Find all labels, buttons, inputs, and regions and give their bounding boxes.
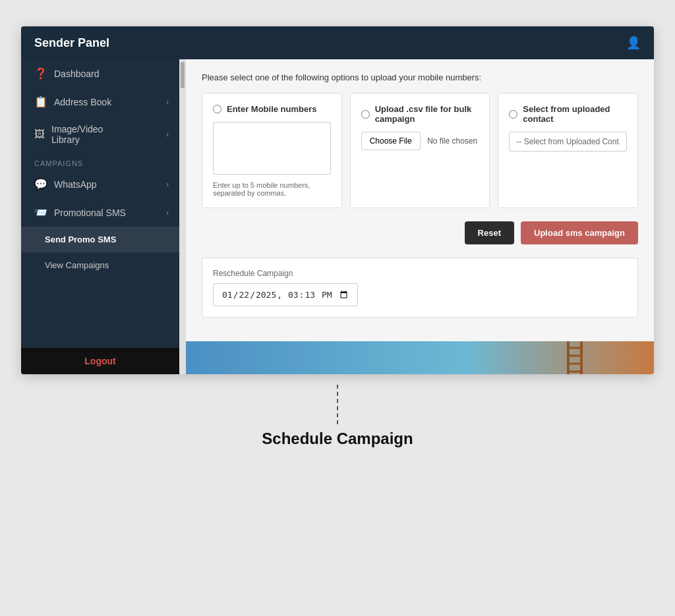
sidebar-item-promotional-sms[interactable]: 📨 Promotional SMS › — [21, 198, 179, 227]
address-book-icon: 📋 — [34, 96, 47, 108]
sidebar-item-label: WhatsApp — [54, 179, 97, 190]
sidebar-item-image-video[interactable]: 🖼 Image/VideoLibrary › — [21, 116, 179, 153]
option1-hint: Enter up to 5 mobile numbers, separated … — [213, 181, 331, 197]
sidebar-item-label: Send Promo SMS — [45, 235, 116, 244]
instructions-text: Please select one of the following optio… — [202, 72, 638, 82]
image-icon: 🖼 — [34, 128, 45, 140]
choose-file-button[interactable]: Choose File — [361, 132, 421, 150]
outer-wrapper: Sender Panel 👤 ❓ Dashboard 📋 Address Boo… — [21, 26, 654, 448]
upload-campaign-button[interactable]: Upload sms campaign — [521, 221, 638, 244]
content-banner — [186, 341, 654, 374]
reschedule-label: Reschedule Campaign — [213, 269, 627, 278]
chevron-right-icon: › — [166, 208, 169, 217]
option3-label-text: Select from uploaded contact — [523, 104, 627, 124]
sidebar: ❓ Dashboard 📋 Address Book › 🖼 Image/Vid… — [21, 59, 179, 374]
app-title: Sender Panel — [34, 36, 109, 50]
sidebar-item-label: Promotional SMS — [54, 208, 126, 218]
no-file-text: No file chosen — [427, 136, 477, 146]
upload-options-row: Enter Mobile numbers Enter up to 5 mobil… — [202, 93, 638, 208]
content-area: Please select one of the following optio… — [186, 59, 654, 374]
chevron-right-icon: › — [166, 130, 169, 139]
sidebar-item-whatsapp[interactable]: 💬 WhatsApp › — [21, 170, 179, 198]
option1-label[interactable]: Enter Mobile numbers — [213, 104, 331, 114]
option2-label-text: Upload .csv file for bulk campaign — [375, 104, 479, 124]
option2-radio[interactable] — [361, 110, 370, 119]
whatsapp-icon: 💬 — [34, 178, 47, 190]
app-window: Sender Panel 👤 ❓ Dashboard 📋 Address Boo… — [21, 26, 654, 374]
main-layout: ❓ Dashboard 📋 Address Book › 🖼 Image/Vid… — [21, 59, 654, 374]
sidebar-item-label: Image/VideoLibrary — [51, 124, 103, 145]
sidebar-item-label: Dashboard — [54, 69, 100, 79]
mobile-numbers-textarea[interactable] — [213, 122, 331, 175]
sidebar-item-label: Address Book — [54, 97, 111, 107]
scroll-thumb — [181, 62, 185, 88]
option1-radio[interactable] — [213, 105, 221, 113]
ladder-icon — [562, 341, 601, 374]
option1-label-text: Enter Mobile numbers — [227, 104, 317, 114]
sidebar-item-address-book[interactable]: 📋 Address Book › — [21, 88, 179, 116]
sidebar-item-label: View Campaigns — [45, 260, 109, 270]
campaigns-section-label: CAMPAIGNS — [21, 153, 179, 170]
action-buttons-row: Reset Upload sms campaign — [202, 221, 638, 244]
chevron-right-icon: › — [166, 180, 169, 189]
chevron-right-icon: › — [166, 98, 169, 107]
reset-button[interactable]: Reset — [465, 221, 514, 244]
sidebar-item-view-campaigns[interactable]: View Campaigns — [21, 252, 179, 278]
datetime-input[interactable] — [213, 283, 358, 306]
content-inner: Please select one of the following optio… — [186, 59, 654, 341]
scrollbar[interactable] — [179, 59, 186, 374]
logout-button[interactable]: Logout — [21, 348, 179, 374]
option-select-contact: Select from uploaded contact -- Select f… — [498, 93, 638, 208]
option3-radio[interactable] — [509, 110, 517, 119]
option3-label[interactable]: Select from uploaded contact — [509, 104, 627, 124]
option-enter-mobile: Enter Mobile numbers Enter up to 5 mobil… — [202, 93, 342, 208]
annotation-label: Schedule Campaign — [262, 430, 413, 448]
option-upload-csv: Upload .csv file for bulk campaign Choos… — [350, 93, 490, 208]
option2-label[interactable]: Upload .csv file for bulk campaign — [361, 104, 479, 124]
sidebar-item-dashboard[interactable]: ❓ Dashboard — [21, 59, 179, 88]
header: Sender Panel 👤 — [21, 26, 654, 59]
dashboard-icon: ❓ — [34, 67, 47, 80]
sidebar-item-send-promo-sms[interactable]: Send Promo SMS — [21, 227, 179, 252]
contact-dropdown[interactable]: -- Select from Uploaded Cont. — [509, 132, 627, 152]
user-icon[interactable]: 👤 — [626, 36, 641, 50]
reschedule-section: Reschedule Campaign — [202, 258, 638, 318]
dashed-line — [337, 385, 338, 424]
annotation-area: Schedule Campaign — [21, 385, 654, 448]
sms-icon: 📨 — [34, 206, 47, 219]
